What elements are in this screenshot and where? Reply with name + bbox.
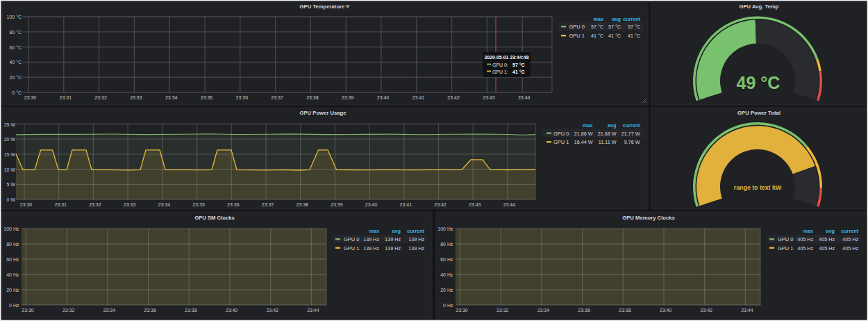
svg-text:GPU Power Total: GPU Power Total — [737, 110, 781, 116]
svg-text:23:40: 23:40 — [660, 308, 672, 313]
svg-text:range to text kW: range to text kW — [734, 184, 782, 191]
svg-text:405 Hz: 405 Hz — [819, 245, 835, 252]
svg-text:23:34: 23:34 — [165, 95, 178, 100]
svg-text:23:42: 23:42 — [700, 308, 712, 313]
svg-text:23:36: 23:36 — [578, 308, 590, 313]
svg-text:avg: avg — [608, 122, 616, 129]
svg-text:23:32: 23:32 — [89, 202, 101, 207]
svg-text:0 °C: 0 °C — [12, 90, 22, 95]
svg-text:11.11 W: 11.11 W — [599, 139, 617, 145]
svg-text:GPU Memory Clocks: GPU Memory Clocks — [622, 215, 675, 221]
svg-text:23:30: 23:30 — [22, 308, 34, 313]
svg-text:40 Hz: 40 Hz — [440, 272, 453, 277]
svg-text:0 Hz: 0 Hz — [443, 303, 453, 308]
svg-text:2020-05-01 23:44:48: 2020-05-01 23:44:48 — [485, 55, 529, 60]
svg-text:23:38: 23:38 — [185, 308, 197, 313]
svg-text:20 Hz: 20 Hz — [440, 288, 453, 293]
svg-text:15 W: 15 W — [4, 152, 16, 157]
svg-text:23:34: 23:34 — [537, 308, 550, 313]
svg-text:20 W: 20 W — [4, 137, 16, 142]
svg-text:23:38: 23:38 — [296, 202, 308, 207]
svg-text:23:34: 23:34 — [158, 202, 171, 207]
svg-text:139 Hz: 139 Hz — [385, 236, 401, 242]
svg-text:80 Hz: 80 Hz — [6, 242, 19, 247]
svg-text:23:42: 23:42 — [266, 308, 278, 313]
svg-text:current: current — [407, 228, 424, 234]
svg-text:23:38: 23:38 — [306, 95, 319, 100]
svg-text:23:40: 23:40 — [365, 202, 378, 207]
svg-text:23:41: 23:41 — [400, 202, 412, 207]
svg-text:100 Hz: 100 Hz — [3, 227, 19, 231]
svg-text:80 °C: 80 °C — [9, 30, 22, 35]
svg-text:23:43: 23:43 — [483, 95, 495, 100]
svg-text:21.86 W: 21.86 W — [574, 131, 593, 137]
svg-text:GPU Power Usage: GPU Power Usage — [299, 110, 347, 116]
svg-text:9.76 W: 9.76 W — [624, 139, 640, 145]
svg-text:23:36: 23:36 — [236, 95, 249, 100]
svg-text:23:30: 23:30 — [20, 202, 33, 207]
svg-text:23:36: 23:36 — [227, 202, 240, 207]
svg-text:max: max — [594, 16, 603, 22]
svg-text:5 W: 5 W — [7, 182, 16, 187]
svg-text:139 Hz: 139 Hz — [385, 245, 401, 252]
svg-text:405 Hz: 405 Hz — [819, 236, 835, 242]
svg-text:60 Hz: 60 Hz — [440, 257, 453, 262]
svg-text:avg: avg — [826, 228, 835, 234]
svg-text:GPU Temperature: GPU Temperature — [300, 3, 346, 10]
svg-text:23:36: 23:36 — [144, 308, 156, 313]
svg-text:139 Hz: 139 Hz — [408, 245, 424, 252]
svg-text:23:40: 23:40 — [377, 95, 390, 100]
svg-text:GPU 1: GPU 1 — [344, 245, 360, 252]
svg-text:57 °C: 57 °C — [608, 24, 621, 30]
svg-text:GPU 1: GPU 1 — [569, 33, 585, 39]
svg-text:139 Hz: 139 Hz — [408, 236, 424, 242]
svg-text:60 Hz: 60 Hz — [6, 257, 19, 262]
svg-text:23:32: 23:32 — [62, 308, 75, 313]
svg-text:21.68 W: 21.68 W — [598, 131, 617, 137]
svg-text:40 Hz: 40 Hz — [6, 272, 19, 277]
svg-text:avg: avg — [392, 228, 401, 234]
svg-text:23:40: 23:40 — [226, 308, 238, 313]
svg-text:23:39: 23:39 — [342, 95, 354, 100]
svg-text:405 Hz: 405 Hz — [797, 245, 813, 252]
svg-text:405 Hz: 405 Hz — [842, 245, 858, 252]
svg-text:23:34: 23:34 — [103, 308, 116, 313]
svg-text:GPU SM Clocks: GPU SM Clocks — [194, 215, 235, 221]
svg-text:GPU Avg. Temp: GPU Avg. Temp — [740, 3, 779, 10]
svg-text:23:43: 23:43 — [469, 202, 481, 207]
svg-text:23:30: 23:30 — [24, 95, 37, 100]
svg-text:avg: avg — [612, 16, 621, 22]
svg-text:57 °C: 57 °C — [512, 63, 525, 67]
svg-text:23:41: 23:41 — [412, 95, 425, 100]
svg-text:40 °C: 40 °C — [9, 60, 22, 65]
svg-text:49 °C: 49 °C — [737, 73, 781, 92]
svg-text:GPU 0:: GPU 0: — [492, 63, 508, 67]
svg-text:23:31: 23:31 — [54, 202, 67, 207]
svg-text:GPU 0: GPU 0 — [344, 236, 360, 242]
svg-text:GPU 1: GPU 1 — [778, 245, 794, 252]
svg-text:23:30: 23:30 — [456, 308, 468, 313]
svg-text:100 °C: 100 °C — [7, 15, 22, 19]
svg-text:10 W: 10 W — [4, 167, 16, 172]
svg-text:23:35: 23:35 — [192, 202, 205, 207]
svg-text:405 Hz: 405 Hz — [842, 236, 858, 242]
svg-text:60 °C: 60 °C — [9, 45, 22, 50]
svg-text:max: max — [803, 228, 813, 234]
svg-text:57 °C: 57 °C — [591, 24, 603, 30]
svg-text:0 W: 0 W — [7, 197, 16, 202]
svg-text:GPU 1: GPU 1 — [553, 139, 569, 145]
svg-text:23:35: 23:35 — [201, 95, 213, 100]
svg-text:23:37: 23:37 — [262, 202, 274, 207]
svg-text:20 °C: 20 °C — [9, 75, 22, 80]
svg-text:41 °C: 41 °C — [628, 33, 640, 39]
svg-text:GPU 0: GPU 0 — [553, 131, 569, 137]
svg-text:20 Hz: 20 Hz — [6, 288, 19, 293]
svg-text:41 °C: 41 °C — [512, 69, 525, 74]
svg-text:23:44: 23:44 — [518, 95, 531, 100]
svg-text:current: current — [623, 122, 640, 129]
svg-text:405 Hz: 405 Hz — [797, 236, 813, 242]
svg-text:57 °C: 57 °C — [628, 24, 640, 30]
svg-text:GPU 0: GPU 0 — [778, 236, 794, 242]
svg-text:139 Hz: 139 Hz — [363, 236, 379, 242]
svg-text:23:32: 23:32 — [94, 95, 107, 100]
